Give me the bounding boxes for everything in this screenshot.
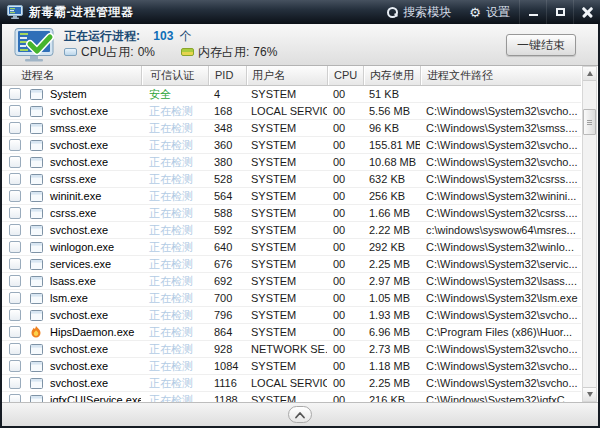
process-cpu: 00	[327, 239, 363, 255]
memory-icon	[181, 48, 194, 56]
process-mem: 10.68 MB	[363, 154, 420, 170]
column-header-cpu[interactable]: CPU	[327, 66, 363, 85]
scrollbar-thumb[interactable]	[583, 109, 596, 135]
process-mem: 632 KB	[363, 171, 420, 187]
process-mem: 51 KB	[363, 86, 420, 102]
row-checkbox[interactable]	[9, 377, 21, 389]
scroll-down-button[interactable]	[583, 387, 596, 401]
process-path: C:\Windows\System32\lsm.exe	[420, 290, 581, 306]
process-name: System	[50, 86, 87, 102]
chevron-up-icon	[294, 411, 306, 419]
process-row[interactable]: svchost.exe 正在检测 1116 LOCAL SERVICE 00 2…	[2, 375, 581, 392]
process-row[interactable]: csrss.exe 正在检测 588 SYSTEM 00 1.66 MB C:\…	[2, 205, 581, 222]
row-checkbox[interactable]	[9, 343, 21, 355]
scroll-up-button[interactable]	[583, 67, 596, 81]
process-path: C:\Windows\System32\csrss....	[420, 171, 581, 187]
row-checkbox[interactable]	[9, 394, 21, 402]
process-icon	[30, 292, 43, 304]
process-path: C:\Windows\System32\servic...	[420, 256, 581, 272]
process-cpu: 00	[327, 307, 363, 323]
process-user: LOCAL SERVICE	[246, 103, 327, 119]
process-row[interactable]: wininit.exe 正在检测 564 SYSTEM 00 256 KB C:…	[2, 188, 581, 205]
end-all-button[interactable]: 一键结束	[506, 34, 576, 56]
titlebar[interactable]: 新毒霸-进程管理器 搜索模块 ⚙ 设置	[0, 0, 600, 24]
process-row[interactable]: csrss.exe 正在检测 528 SYSTEM 00 632 KB C:\W…	[2, 171, 581, 188]
process-name: lsm.exe	[50, 290, 88, 306]
process-row[interactable]: svchost.exe 正在检测 928 NETWORK SE... 00 2.…	[2, 341, 581, 358]
column-header-user[interactable]: 用户名	[246, 66, 327, 85]
trust-status: 正在检测	[149, 224, 193, 236]
row-checkbox[interactable]	[9, 360, 21, 372]
process-icon	[30, 394, 43, 402]
row-checkbox[interactable]	[9, 258, 21, 270]
process-row[interactable]: lsm.exe 正在检测 700 SYSTEM 00 1.05 MB C:\Wi…	[2, 290, 581, 307]
process-row[interactable]: svchost.exe 正在检测 380 SYSTEM 00 10.68 MB …	[2, 154, 581, 171]
process-row[interactable]: svchost.exe 正在检测 1084 SYSTEM 00 1.18 MB …	[2, 358, 581, 375]
running-processes-label: 正在运行进程:	[64, 29, 140, 43]
row-checkbox[interactable]	[9, 309, 21, 321]
process-row[interactable]: svchost.exe 正在检测 168 LOCAL SERVICE 00 5.…	[2, 103, 581, 120]
column-header-path[interactable]: 进程文件路径	[420, 66, 581, 85]
process-row[interactable]: lsass.exe 正在检测 692 SYSTEM 00 2.97 MB C:\…	[2, 273, 581, 290]
process-cpu: 00	[327, 205, 363, 221]
column-header-mem[interactable]: 内存使用	[363, 66, 420, 85]
row-checkbox[interactable]	[9, 326, 21, 338]
row-checkbox[interactable]	[9, 139, 21, 151]
process-path: C:\Windows\System32\winlo...	[420, 239, 581, 255]
row-checkbox[interactable]	[9, 156, 21, 168]
process-path: C:\Windows\System32\svcho...	[420, 341, 581, 357]
close-icon	[582, 7, 593, 18]
row-checkbox[interactable]	[9, 275, 21, 287]
minimize-button[interactable]	[519, 0, 546, 24]
process-mem: 5.56 MB	[363, 103, 420, 119]
process-name: svchost.exe	[50, 103, 108, 119]
row-checkbox[interactable]	[9, 88, 21, 100]
table-header: 进程名 可信认证 PID 用户名 CPU 内存使用 进程文件路径	[2, 66, 581, 86]
process-icon	[30, 360, 43, 372]
process-name: winlogon.exe	[50, 239, 114, 255]
row-checkbox[interactable]	[9, 292, 21, 304]
process-mem: 96 KB	[363, 120, 420, 136]
column-header-trust[interactable]: 可信认证	[141, 66, 208, 85]
process-pid: 528	[208, 171, 246, 187]
vertical-scrollbar[interactable]	[582, 66, 597, 402]
process-row[interactable]: winlogon.exe 正在检测 640 SYSTEM 00 292 KB C…	[2, 239, 581, 256]
process-row[interactable]: svchost.exe 正在检测 796 SYSTEM 00 1.93 MB C…	[2, 307, 581, 324]
row-checkbox[interactable]	[9, 241, 21, 253]
process-name: igfxCUIService.exe	[50, 392, 141, 402]
row-checkbox[interactable]	[9, 190, 21, 202]
running-processes-count: 103	[153, 29, 173, 43]
process-path: C:\Windows\System32\lsass....	[420, 273, 581, 289]
process-mem: 2.22 MB	[363, 222, 420, 238]
collapse-button[interactable]	[288, 406, 312, 423]
process-icon	[30, 173, 43, 185]
row-checkbox[interactable]	[9, 122, 21, 134]
row-checkbox[interactable]	[9, 224, 21, 236]
search-module-button[interactable]: 搜索模块	[378, 0, 460, 24]
process-row[interactable]: System 安全 4 SYSTEM 00 51 KB	[2, 86, 581, 103]
trust-status: 正在检测	[149, 292, 193, 304]
maximize-button[interactable]	[546, 0, 573, 24]
process-pid: 360	[208, 137, 246, 153]
row-checkbox[interactable]	[9, 173, 21, 185]
process-pid: 928	[208, 341, 246, 357]
process-row[interactable]: services.exe 正在检测 676 SYSTEM 00 2.25 MB …	[2, 256, 581, 273]
process-row[interactable]: svchost.exe 正在检测 592 SYSTEM 00 2.22 MB c…	[2, 222, 581, 239]
search-module-label: 搜索模块	[403, 4, 451, 21]
process-cpu: 00	[327, 137, 363, 153]
close-button[interactable]	[573, 0, 600, 24]
row-checkbox[interactable]	[9, 207, 21, 219]
process-path: C:\Windows\System32\csrss....	[420, 205, 581, 221]
cpu-usage-value: 0%	[138, 44, 155, 60]
process-cpu: 00	[327, 103, 363, 119]
column-header-pid[interactable]: PID	[208, 66, 246, 85]
process-row[interactable]: svchost.exe 正在检测 360 SYSTEM 00 155.81 MB…	[2, 137, 581, 154]
row-checkbox[interactable]	[9, 105, 21, 117]
process-row[interactable]: igfxCUIService.exe 正在检测 1188 SYSTEM 00 2…	[2, 392, 581, 402]
process-row[interactable]: smss.exe 正在检测 348 SYSTEM 00 96 KB C:\Win…	[2, 120, 581, 137]
settings-button[interactable]: ⚙ 设置	[460, 0, 519, 24]
scroll-up-icon	[587, 71, 593, 76]
process-row[interactable]: HipsDaemon.exe 正在检测 864 SYSTEM 00 6.96 M…	[2, 324, 581, 341]
column-header-name[interactable]: 进程名	[2, 66, 141, 85]
process-user: SYSTEM	[246, 205, 327, 221]
